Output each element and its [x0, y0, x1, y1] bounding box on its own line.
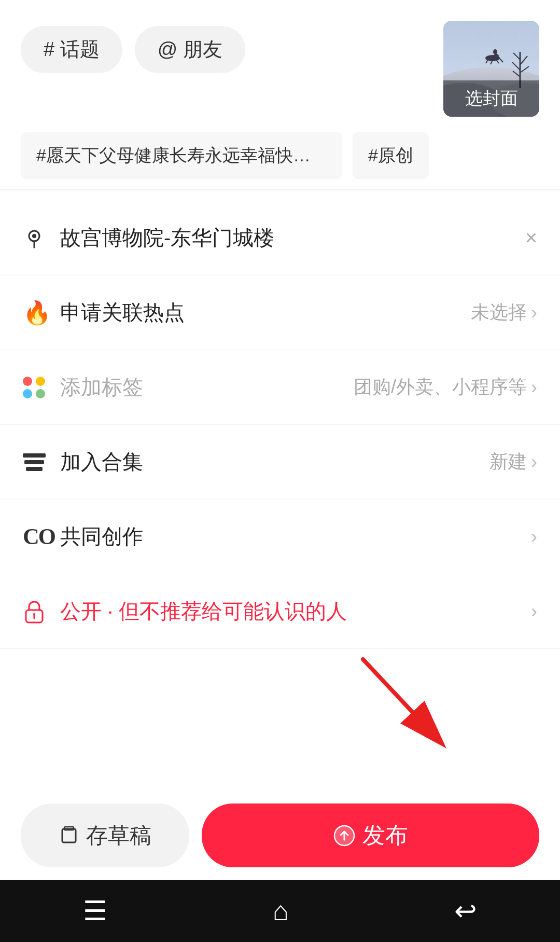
location-icon: [23, 227, 60, 250]
red-arrow-svg: [0, 649, 560, 753]
hashtag-chip-2[interactable]: #原创: [353, 132, 429, 179]
section-divider: [0, 189, 560, 190]
publish-button[interactable]: 发布: [202, 804, 539, 867]
android-nav-bar: ☰ ⌂ ↩: [0, 880, 560, 942]
back-nav-icon[interactable]: ↩: [454, 895, 477, 926]
svg-point-18: [32, 234, 36, 238]
draft-icon: [59, 826, 79, 846]
hot-row[interactable]: 🔥 申请关联热点 未选择 ›: [0, 275, 560, 350]
location-text: 故宫博物院-东华门城楼: [60, 224, 525, 252]
list-section: 故宫博物院-东华门城楼 × 🔥 申请关联热点 未选择 ›: [0, 201, 560, 649]
main-wrapper: # 话题 @ 朋友: [0, 0, 560, 877]
lock-icon: [23, 599, 60, 625]
location-close[interactable]: ×: [525, 226, 537, 250]
bottom-bar: 存草稿 发布: [0, 791, 560, 880]
privacy-right: ›: [531, 601, 537, 622]
tags-chevron: ›: [531, 377, 537, 398]
layers-icon: [23, 453, 60, 471]
hot-chevron: ›: [531, 302, 537, 324]
hashtag-chip-1[interactable]: #愿天下父母健康长寿永远幸福快乐 🔥: [21, 132, 342, 179]
privacy-chevron: ›: [531, 601, 537, 622]
tag-buttons: # 话题 @ 朋友: [21, 26, 245, 73]
mention-button[interactable]: @ 朋友: [135, 26, 245, 73]
hashtag-row: #愿天下父母健康长寿永远幸福快乐 🔥 #原创: [0, 132, 560, 179]
dots-icon: [23, 377, 60, 398]
co-create-chevron: ›: [531, 526, 537, 548]
top-section: # 话题 @ 朋友: [0, 0, 560, 132]
tags-row[interactable]: 添加标签 团购/外卖、小程序等 ›: [0, 350, 560, 425]
svg-rect-23: [62, 829, 76, 842]
tags-text: 添加标签: [60, 373, 354, 401]
co-create-right: ›: [531, 526, 537, 548]
co-create-text: 共同创作: [60, 522, 531, 551]
hot-text: 申请关联热点: [60, 298, 471, 327]
co-icon: CO: [23, 523, 60, 550]
location-row[interactable]: 故宫博物院-东华门城楼 ×: [0, 201, 560, 275]
tags-right: 团购/外卖、小程序等 ›: [354, 375, 537, 400]
arrow-annotation-container: [0, 649, 560, 753]
privacy-row[interactable]: 公开 · 但不推荐给可能认识的人 ›: [0, 574, 560, 649]
collection-row[interactable]: 加入合集 新建 ›: [0, 425, 560, 500]
fire-icon: 🔥: [23, 299, 60, 326]
cover-thumbnail[interactable]: 选封面: [443, 21, 539, 117]
collection-right: 新建 ›: [489, 449, 537, 475]
co-create-row[interactable]: CO 共同创作 ›: [0, 500, 560, 574]
collection-text: 加入合集: [60, 448, 489, 476]
svg-point-11: [494, 54, 499, 58]
home-nav-icon[interactable]: ⌂: [273, 895, 289, 926]
hot-right: 未选择 ›: [471, 300, 537, 325]
publish-icon: [333, 825, 355, 847]
menu-nav-icon[interactable]: ☰: [83, 895, 107, 926]
cover-label: 选封面: [443, 80, 539, 117]
draft-button[interactable]: 存草稿: [21, 804, 189, 867]
collection-chevron: ›: [531, 451, 537, 473]
privacy-text: 公开 · 但不推荐给可能认识的人: [60, 597, 531, 626]
svg-point-16: [493, 49, 497, 54]
svg-point-21: [33, 613, 35, 615]
hashtag-button[interactable]: # 话题: [21, 26, 122, 73]
